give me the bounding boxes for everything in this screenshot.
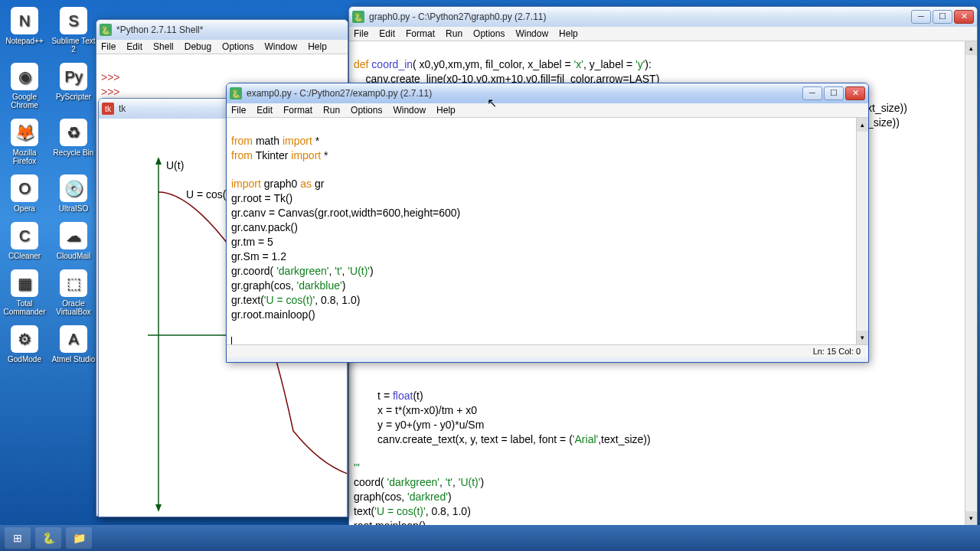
- desktop-icon-notepadpp[interactable]: NNotepad++: [0, 4, 49, 60]
- taskbar-app-1[interactable]: 🐍: [35, 527, 61, 549]
- menubar-examp0: File Edit Format Run Options Window Help: [227, 103, 868, 118]
- minimize-button[interactable]: ─: [802, 86, 822, 100]
- desktop-icon-pyscripter[interactable]: PyPyScripter: [49, 60, 98, 116]
- code-examp0[interactable]: from math import * from Tkinter import *…: [227, 118, 868, 344]
- close-button[interactable]: ✕: [845, 86, 865, 100]
- desktop-icon-totalcmd[interactable]: ▦Total Commander: [0, 266, 49, 322]
- menu-run[interactable]: Run: [446, 28, 462, 39]
- taskbar-start[interactable]: ⊞: [5, 527, 31, 549]
- menu-debug[interactable]: Debug: [185, 41, 211, 52]
- menu-run[interactable]: Run: [323, 105, 340, 116]
- maximize-button[interactable]: ☐: [824, 86, 844, 100]
- tk-ylabel: U(t): [166, 159, 184, 171]
- menu-options[interactable]: Options: [351, 105, 382, 116]
- menu-options[interactable]: Options: [222, 41, 253, 52]
- close-button[interactable]: ✕: [954, 10, 974, 24]
- menu-format[interactable]: Format: [406, 28, 435, 39]
- statusbar-examp0: Ln: 15 Col: 0: [227, 344, 868, 357]
- title-graph0: graph0.py - C:\Python27\graph0.py (2.7.1…: [369, 11, 911, 22]
- menu-shell[interactable]: Shell: [153, 41, 174, 52]
- menu-window[interactable]: Window: [515, 28, 548, 39]
- desktop-icon-opera[interactable]: OOpera: [0, 171, 49, 219]
- menu-file[interactable]: File: [354, 28, 368, 39]
- menu-options[interactable]: Options: [473, 28, 505, 39]
- menu-file[interactable]: File: [231, 105, 246, 116]
- titlebar-shell[interactable]: 🐍 *Python 2.7.11 Shell*: [96, 20, 348, 40]
- scrollbar-vertical[interactable]: [965, 41, 977, 525]
- menu-help[interactable]: Help: [559, 28, 578, 39]
- desktop-icon-cloud[interactable]: ☁CloudMail: [49, 219, 98, 266]
- svg-marker-2: [155, 504, 162, 512]
- menubar-graph0: File Edit Format Run Options Window Help: [349, 27, 977, 41]
- menu-help[interactable]: Help: [308, 41, 327, 52]
- idle-icon: 🐍: [230, 87, 242, 99]
- menu-file[interactable]: File: [101, 41, 116, 52]
- desktop-icon-recycle[interactable]: ♻Recycle Bin: [49, 116, 98, 171]
- scrollbar-vertical[interactable]: [856, 118, 868, 344]
- menu-edit[interactable]: Edit: [379, 28, 395, 39]
- desktop-icon-chrome[interactable]: ◉Google Chrome: [0, 60, 49, 116]
- menubar-shell: File Edit Shell Debug Options Window Hel…: [96, 40, 348, 54]
- desktop-icon-firefox[interactable]: 🦊Mozilla Firefox: [0, 116, 49, 171]
- title-examp0: examp0.py - C:/Python27/examp0.py (2.7.1…: [247, 88, 802, 99]
- title-shell: *Python 2.7.11 Shell*: [116, 24, 345, 35]
- menu-help[interactable]: Help: [436, 105, 456, 116]
- maximize-button[interactable]: ☐: [933, 10, 952, 24]
- desktop-icon-ccleaner[interactable]: CCCleaner: [0, 219, 49, 266]
- desktop-icon-virtualbox[interactable]: ⬚Oracle VirtualBox: [49, 266, 98, 322]
- desktop-icon-ultraiso[interactable]: 💿UltraISO: [49, 171, 98, 219]
- idle-icon: 🐍: [352, 11, 364, 23]
- desktop-icon-godmode[interactable]: ⚙GodMode: [0, 322, 49, 370]
- menu-edit[interactable]: Edit: [126, 41, 142, 52]
- desktop-icons: NNotepad++ SSublime Text 2 ◉Google Chrom…: [0, 4, 98, 370]
- taskbar-app-2[interactable]: 📁: [66, 527, 92, 549]
- desktop-icon-sublime[interactable]: SSublime Text 2: [49, 4, 98, 60]
- menu-edit[interactable]: Edit: [256, 105, 273, 116]
- svg-marker-1: [155, 157, 162, 165]
- menu-window[interactable]: Window: [264, 41, 297, 52]
- menu-window[interactable]: Window: [393, 105, 426, 116]
- taskbar: ⊞ 🐍 📁: [0, 525, 980, 551]
- window-examp0[interactable]: 🐍 examp0.py - C:/Python27/examp0.py (2.7…: [226, 83, 869, 363]
- titlebar-graph0[interactable]: 🐍 graph0.py - C:\Python27\graph0.py (2.7…: [349, 7, 977, 27]
- idle-icon: 🐍: [100, 24, 112, 36]
- tk-icon: tk: [102, 103, 114, 115]
- menu-format[interactable]: Format: [283, 105, 312, 116]
- desktop-icon-atmel[interactable]: AAtmel Studio: [49, 322, 98, 370]
- titlebar-examp0[interactable]: 🐍 examp0.py - C:/Python27/examp0.py (2.7…: [227, 83, 868, 103]
- minimize-button[interactable]: ─: [911, 10, 931, 24]
